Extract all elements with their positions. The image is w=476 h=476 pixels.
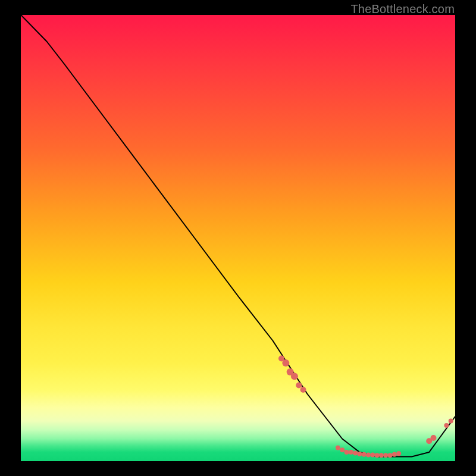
data-point — [388, 453, 393, 458]
data-point — [291, 373, 298, 380]
data-point — [345, 450, 349, 455]
data-point — [282, 359, 289, 367]
data-point — [300, 387, 306, 393]
data-point — [449, 419, 453, 424]
data-point — [357, 452, 362, 456]
data-point — [340, 447, 345, 452]
data-point — [362, 452, 367, 457]
data-point — [396, 451, 401, 456]
data-point — [296, 383, 302, 389]
chart-svg — [21, 15, 455, 461]
data-point — [431, 435, 437, 441]
data-point — [392, 452, 397, 457]
watermark-text: TheBottleneck.com — [350, 2, 455, 16]
data-point — [383, 453, 388, 458]
data-point — [336, 446, 340, 450]
data-point — [444, 423, 449, 428]
chart-frame: TheBottleneck.com — [0, 0, 476, 476]
plot-area — [21, 15, 455, 461]
data-point — [375, 453, 380, 458]
data-point — [349, 450, 353, 455]
bottleneck-curve — [21, 15, 455, 457]
data-point — [370, 453, 375, 458]
data-point — [353, 451, 358, 456]
data-point — [379, 453, 384, 458]
data-point — [366, 453, 371, 458]
